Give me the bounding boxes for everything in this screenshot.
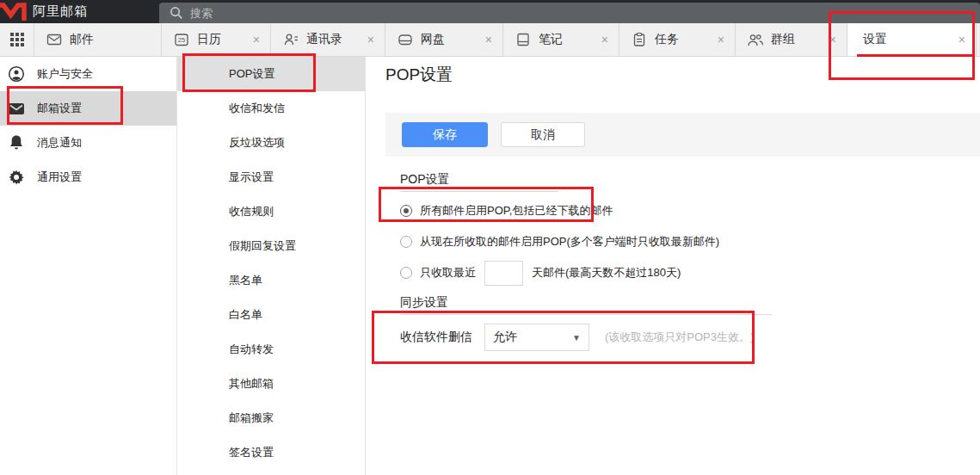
mail-settings-icon <box>7 99 26 118</box>
close-icon[interactable]: × <box>826 33 840 46</box>
delete-mail-dropdown[interactable]: 允许 ▼ <box>484 324 589 351</box>
tab-notes[interactable]: 笔记 × <box>503 23 619 56</box>
pop-section-title: POP设置 <box>400 172 558 192</box>
settings-sidebar: 账户与安全 邮箱设置 消息通知 通用设置 <box>0 57 177 475</box>
close-icon[interactable]: × <box>955 33 969 46</box>
gear-icon <box>7 168 26 187</box>
top-bar: 阿里邮箱 <box>0 0 980 23</box>
chevron-down-icon: ▼ <box>572 333 581 342</box>
tab-mail[interactable]: 邮件 <box>34 23 162 56</box>
search-icon <box>169 6 183 20</box>
sidebar-item-label: 消息通知 <box>37 135 82 151</box>
sidebar-item-account-security[interactable]: 账户与安全 <box>0 57 176 91</box>
dropdown-value: 允许 <box>493 330 517 345</box>
tab-settings[interactable]: 设置 × <box>847 23 977 56</box>
radio-label: 所有邮件启用POP,包括已经下载的邮件 <box>420 203 613 219</box>
brand-name: 阿里邮箱 <box>33 3 88 20</box>
tab-label: 笔记 <box>539 32 563 47</box>
tab-label: 网盘 <box>421 32 445 47</box>
calendar-icon: 25 <box>173 31 190 48</box>
tab-tasks[interactable]: 任务 × <box>619 23 736 56</box>
radio-label-suffix: 天邮件(最高天数不超过180天) <box>532 265 681 281</box>
tab-label: 群组 <box>771 32 795 47</box>
radio-option-from-now[interactable]: 从现在所收取的邮件启用POP(多个客户端时只收取最新邮件) <box>400 233 719 250</box>
sidebar-item-label: 账户与安全 <box>37 66 93 82</box>
radio-option-recent-days[interactable]: 只收取最近 天邮件(最高天数不超过180天) <box>400 260 681 286</box>
mail-icon <box>46 31 63 48</box>
close-icon[interactable]: × <box>598 33 612 46</box>
sidebar-item-label: 通用设置 <box>37 170 82 185</box>
notes-icon <box>515 31 532 48</box>
radio-unselected-icon[interactable] <box>400 236 412 248</box>
tasks-icon <box>631 31 648 48</box>
tab-label: 通讯录 <box>306 32 342 47</box>
delete-mail-label: 收信软件删信 <box>400 330 472 345</box>
contacts-icon <box>282 31 299 48</box>
drive-icon <box>397 31 414 48</box>
sidebar-item-mail-settings[interactable]: 邮箱设置 <box>0 91 176 126</box>
submenu-item-vacation-reply[interactable]: 假期回复设置 <box>177 229 365 263</box>
save-button[interactable]: 保存 <box>402 122 488 147</box>
cancel-button[interactable]: 取消 <box>501 122 585 147</box>
svg-text:25: 25 <box>178 36 185 44</box>
tab-label: 日历 <box>197 32 221 47</box>
close-icon[interactable]: × <box>250 33 263 46</box>
groups-icon <box>747 31 764 48</box>
submenu-item-whitelist[interactable]: 白名单 <box>177 298 365 332</box>
search-box[interactable] <box>159 3 980 23</box>
alimail-logo-icon <box>0 2 27 22</box>
apps-grid-button[interactable] <box>0 23 34 56</box>
radio-label-prefix: 只收取最近 <box>420 265 476 281</box>
submenu-item-send-receive[interactable]: 收信和发信 <box>177 91 365 126</box>
submenu-item-pop-settings[interactable]: POP设置 <box>177 57 365 91</box>
submenu-item-auto-forward[interactable]: 自动转发 <box>177 332 365 367</box>
radio-unselected-icon[interactable] <box>400 267 412 279</box>
submenu-item-mailbox-move[interactable]: 邮箱搬家 <box>177 401 365 435</box>
mail-settings-submenu: POP设置 收信和发信 反垃圾选项 显示设置 收信规则 假期回复设置 黑名单 白… <box>177 57 366 475</box>
sidebar-item-label: 邮箱设置 <box>37 101 82 116</box>
close-icon[interactable]: × <box>364 33 378 46</box>
sync-settings-row: 收信软件删信 允许 ▼ (该收取选项只对POP3生效。) <box>400 323 754 352</box>
submenu-item-antispam[interactable]: 反垃圾选项 <box>177 126 365 160</box>
alimail-logo[interactable]: 阿里邮箱 <box>0 0 88 23</box>
bell-icon <box>7 133 26 152</box>
close-icon[interactable]: × <box>714 33 728 46</box>
submenu-item-signature[interactable]: 签名设置 <box>177 435 365 470</box>
submenu-item-mail-rules[interactable]: 收信规则 <box>177 194 365 229</box>
submenu-item-display[interactable]: 显示设置 <box>177 160 365 194</box>
radio-option-all-mail[interactable]: 所有邮件启用POP,包括已经下载的邮件 <box>400 202 613 219</box>
sidebar-item-general-settings[interactable]: 通用设置 <box>0 160 176 194</box>
radio-label: 从现在所收取的邮件启用POP(多个客户端时只收取最新邮件) <box>420 234 719 250</box>
tab-bar: 邮件 25 日历 × 通讯录 × 网盘 × 笔记 × 任务 × <box>0 23 980 57</box>
page-title: POP设置 <box>385 64 453 86</box>
tab-drive[interactable]: 网盘 × <box>385 23 503 56</box>
sidebar-item-notifications[interactable]: 消息通知 <box>0 126 176 160</box>
tab-contacts[interactable]: 通讯录 × <box>271 23 385 56</box>
active-tab-indicator <box>857 54 972 57</box>
days-input[interactable] <box>484 261 523 286</box>
tab-calendar[interactable]: 25 日历 × <box>162 23 271 56</box>
tab-label: 邮件 <box>70 32 94 47</box>
tab-label: 设置 <box>863 32 887 47</box>
submenu-item-other-mailbox[interactable]: 其他邮箱 <box>177 367 365 401</box>
radio-selected-icon[interactable] <box>400 205 412 217</box>
submenu-item-blacklist[interactable]: 黑名单 <box>177 263 365 298</box>
account-icon <box>7 65 26 83</box>
apps-grid-icon <box>10 33 24 46</box>
search-input[interactable] <box>190 7 980 20</box>
main-content: POP设置 保存 取消 POP设置 所有邮件启用POP,包括已经下载的邮件 从现… <box>367 57 980 475</box>
sync-section-title: 同步设置 <box>400 295 772 315</box>
tab-label: 任务 <box>655 32 679 47</box>
tab-groups[interactable]: 群组 × <box>736 23 847 56</box>
close-icon[interactable]: × <box>482 33 496 46</box>
pop3-hint-text: (该收取选项只对POP3生效。) <box>605 330 754 345</box>
